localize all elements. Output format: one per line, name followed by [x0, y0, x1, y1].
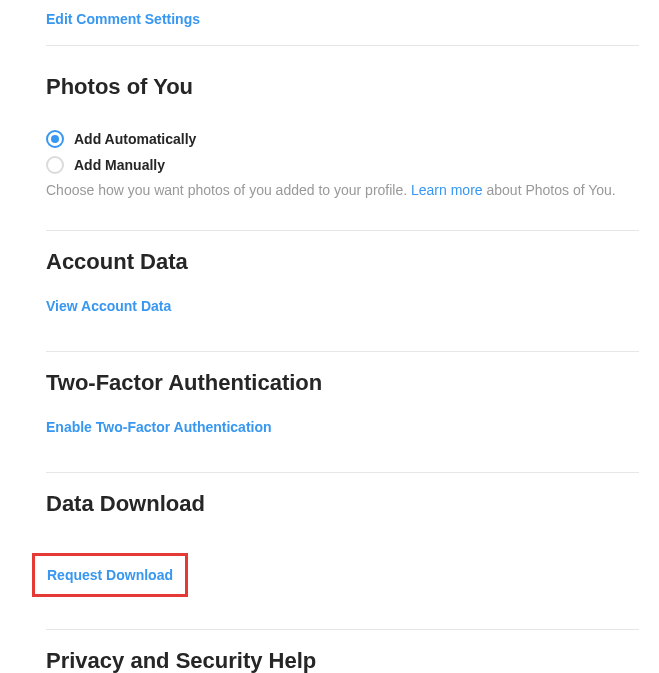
- learn-more-link[interactable]: Learn more: [411, 182, 483, 198]
- two-factor-title: Two-Factor Authentication: [46, 370, 639, 396]
- edit-comment-settings-link[interactable]: Edit Comment Settings: [46, 11, 200, 27]
- radio-label-manual: Add Manually: [74, 157, 165, 173]
- privacy-help-title: Privacy and Security Help: [46, 648, 639, 673]
- divider: [46, 472, 639, 473]
- request-download-link[interactable]: Request Download: [47, 567, 173, 583]
- two-factor-section: Two-Factor Authentication Enable Two-Fac…: [46, 370, 639, 452]
- privacy-help-section: Privacy and Security Help Support: [46, 648, 639, 673]
- radio-selected-icon: [46, 130, 64, 148]
- settings-page: Edit Comment Settings Photos of You Add …: [46, 10, 639, 673]
- divider: [46, 351, 639, 352]
- enable-two-factor-link[interactable]: Enable Two-Factor Authentication: [46, 419, 272, 435]
- photos-of-you-title: Photos of You: [46, 74, 639, 100]
- photos-help-text: Choose how you want photos of you added …: [46, 182, 639, 198]
- divider: [46, 230, 639, 231]
- highlight-annotation: Request Download: [32, 553, 188, 597]
- radio-unselected-icon: [46, 156, 64, 174]
- account-data-title: Account Data: [46, 249, 639, 275]
- data-download-title: Data Download: [46, 491, 639, 517]
- radio-add-manually[interactable]: Add Manually: [46, 156, 639, 174]
- radio-label-auto: Add Automatically: [74, 131, 196, 147]
- account-data-section: Account Data View Account Data: [46, 249, 639, 331]
- data-download-section: Data Download Request Download: [46, 491, 639, 609]
- photos-of-you-section: Photos of You Add Automatically Add Manu…: [46, 46, 639, 210]
- view-account-data-link[interactable]: View Account Data: [46, 298, 171, 314]
- radio-add-automatically[interactable]: Add Automatically: [46, 130, 639, 148]
- divider: [46, 629, 639, 630]
